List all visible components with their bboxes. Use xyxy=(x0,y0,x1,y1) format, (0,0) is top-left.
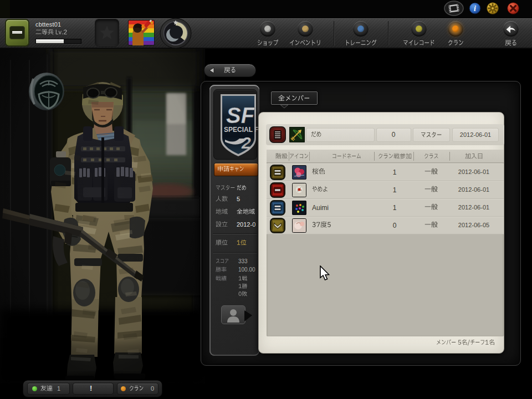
svg-text:2: 2 xyxy=(241,134,251,152)
svg-text:SF: SF xyxy=(226,103,255,127)
svg-text:i: i xyxy=(474,4,476,13)
svg-text:SPECIAL F: SPECIAL F xyxy=(224,126,258,134)
